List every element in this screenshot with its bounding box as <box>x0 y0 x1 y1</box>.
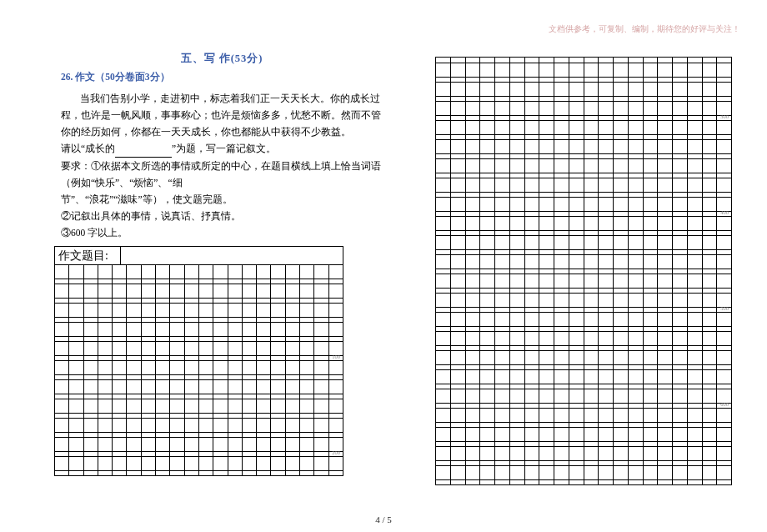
question-label: 26. 作文（50分卷面3分） <box>61 71 389 83</box>
requirements-line: 要求：①依据本文所选的事情或所定的中心，在题目横线上填上恰当词语（例如“快乐”、… <box>61 158 389 191</box>
main-content: 五、写 作(53分) 26. 作文（50分卷面3分） 当我们告别小学，走进初中，… <box>0 0 767 502</box>
page-footer: 4 / 5 <box>0 514 767 524</box>
char-count-marker: 200 <box>332 449 340 455</box>
paragraph-1: 当我们告别小学，走进初中，标志着我们正一天天长大。你的成长过程，也许是一帆风顺，… <box>61 90 389 140</box>
writing-title-row: 作文题目: <box>54 246 343 265</box>
instructions-block: 当我们告别小学，走进初中，标志着我们正一天天长大。你的成长过程，也许是一帆风顺，… <box>54 90 389 241</box>
char-count-marker: 600 <box>720 401 729 407</box>
watermark-text: 文档供参考，可复制、编制，期待您的好评与关注！ <box>549 23 740 35</box>
writing-grid-left[interactable]: 100200 <box>54 265 343 476</box>
writing-title-input[interactable] <box>120 247 343 264</box>
req-label: 要求： <box>61 161 91 171</box>
char-count-marker: 500 <box>720 305 729 311</box>
prompt-line: 请以“成长的”为题，写一篇记叙文。 <box>61 140 389 157</box>
prompt-pre: 请以“成长的 <box>61 143 115 153</box>
right-column: 300400500600 <box>435 52 732 485</box>
char-count-marker: 100 <box>332 354 340 359</box>
left-column: 五、写 作(53分) 26. 作文（50分卷面3分） 当我们告别小学，走进初中，… <box>54 52 389 485</box>
prompt-post: ”为题，写一篇记叙文。 <box>172 143 276 153</box>
section-title: 五、写 作(53分) <box>54 52 389 66</box>
char-count-marker: 400 <box>720 209 729 215</box>
req-3: ③600 字以上。 <box>61 224 389 241</box>
writing-grid-right[interactable]: 300400500600 <box>435 57 732 485</box>
char-count-marker: 300 <box>720 113 729 119</box>
writing-title-label: 作文题目: <box>55 247 120 264</box>
req-2: ②记叙出具体的事情，说真话、抒真情。 <box>61 208 389 224</box>
req-1a: ①依据本文所选的事情或所定的中心，在题目横线上填上恰当词语（例如“快乐”、“烦恼… <box>61 161 381 188</box>
req-1b: 节”、“浪花”“滋味”等），使文题完题。 <box>61 191 389 208</box>
